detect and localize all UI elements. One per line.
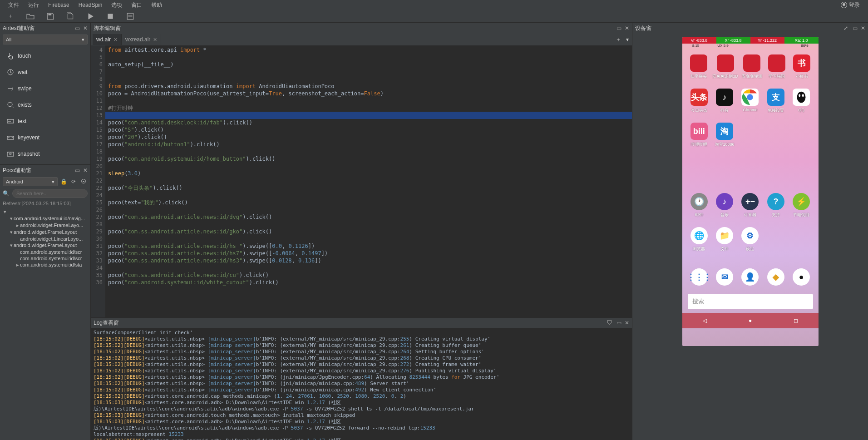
phone-app-icon[interactable]: ⚡节电优能 (790, 193, 813, 218)
tree-node[interactable]: ▸com.android.systemui:id/sta (3, 262, 88, 268)
panel-undock-icon[interactable]: ▭ (852, 25, 858, 31)
panel-undock-icon[interactable]: ▭ (74, 167, 80, 173)
assist-text[interactable]: text (2, 114, 89, 129)
tab-add-button[interactable]: ＋ (614, 35, 623, 44)
panel-close-icon[interactable]: ✕ (625, 320, 629, 326)
run-button[interactable] (86, 12, 94, 20)
code-editor[interactable]: 4567891011121314151617181920212223242526… (91, 45, 632, 317)
poco-record-icon[interactable]: ⦿ (79, 178, 88, 186)
phone-app-icon[interactable]: ⚙设定 (739, 227, 761, 252)
poco-tree[interactable]: ▾▾com.android.systemui:id/navig...▸andro… (0, 208, 90, 440)
assist-panel-title: Airtest辅助窗 (3, 25, 35, 32)
editor-panel-title: 脚本编辑窗 (94, 25, 121, 32)
phone-app-icon[interactable]: 🕐时钟 (688, 193, 710, 218)
phone-app-icon[interactable]: ♪音乐 (713, 193, 736, 218)
assist-item-label: keyevent (18, 134, 39, 141)
phone-screen[interactable]: Vr -833.8 Xr -833.8 Yr -11.222 Ra: 1.0 8… (682, 37, 819, 346)
phone-time: 8:15 (682, 44, 710, 50)
login-button[interactable]: 登录 (836, 0, 864, 10)
device-mirror[interactable]: Vr -833.8 Xr -833.8 Yr -11.222 Ra: 1.0 8… (632, 34, 868, 440)
svg-rect-0 (49, 14, 52, 15)
tab-close-icon[interactable]: ✕ (113, 37, 118, 43)
phone-home-button[interactable]: ● (746, 316, 755, 325)
phone-app-icon[interactable]: 学习强国 (766, 54, 788, 79)
panel-close-icon[interactable]: ✕ (83, 167, 88, 173)
menu-firebase[interactable]: Firebase (44, 1, 74, 9)
panel-close-icon[interactable]: ✕ (83, 25, 88, 31)
phone-app-icon[interactable]: 头条今日头条 (688, 89, 710, 114)
phone-app-icon[interactable]: ?支持 (764, 193, 787, 218)
tree-node[interactable]: android.widget.LinearLayo... (3, 236, 88, 242)
menu-file[interactable]: 文件 (4, 0, 24, 10)
device-expand-icon[interactable]: ⤢ (843, 25, 849, 31)
poco-search-input[interactable] (12, 189, 88, 198)
assist-selector[interactable]: All ▾ (3, 35, 88, 44)
menu-headspin[interactable]: HeadSpin (74, 1, 107, 9)
open-button[interactable] (26, 12, 35, 20)
assist-keyevent[interactable]: keyevent (2, 130, 89, 145)
phone-app-icon[interactable]: +−计算器 (739, 193, 761, 218)
poco-lock-icon[interactable]: 🔒 (59, 178, 68, 186)
assist-swipe[interactable]: swipe (2, 81, 89, 96)
poco-refresh-icon[interactable]: ⟳ (69, 178, 78, 186)
tree-node[interactable]: ▾android.widget.FrameLayout (3, 242, 88, 249)
phone-recents-button[interactable]: ◻ (791, 316, 800, 325)
assist-snapshot[interactable]: snapshot (2, 146, 89, 162)
tab-close-icon[interactable]: ✕ (153, 37, 157, 43)
log-output[interactable]: SurfaceComposerClient init check' [18:15… (91, 328, 632, 440)
tree-node[interactable]: com.android.systemui:id/scr (3, 249, 88, 255)
svg-point-13 (799, 94, 801, 97)
stop-button[interactable] (106, 12, 114, 20)
panel-close-icon[interactable]: ✕ (625, 25, 629, 31)
panel-undock-icon[interactable]: ▭ (616, 320, 622, 326)
menu-run[interactable]: 运行 (24, 0, 44, 10)
phone-app-icon[interactable]: 安兔兔评测 (741, 54, 763, 79)
phone-app-icon[interactable]: QQ (790, 89, 813, 114)
phone-back-button[interactable]: ◁ (700, 316, 710, 325)
tree-node[interactable]: ▾ (3, 208, 88, 215)
phone-app-icon[interactable]: ♪抖音 (713, 89, 736, 114)
phone-app-icon[interactable]: 📁文件 (713, 227, 736, 252)
phone-app-icon[interactable]: ● (790, 268, 813, 286)
phone-app-icon[interactable]: 支免接设置 (764, 89, 787, 114)
assist-touch[interactable]: touch (2, 48, 89, 64)
phone-app-icon[interactable]: 知乎拼关 (688, 54, 710, 79)
menu-window[interactable]: 窗口 (127, 0, 147, 10)
phone-app-icon[interactable]: 安兔兔识别3D (712, 54, 738, 79)
phone-app-icon[interactable]: Chrome (739, 89, 761, 114)
phone-app-icon[interactable]: 🌐浏览器 (688, 227, 710, 252)
menu-help[interactable]: 帮助 (147, 0, 167, 10)
phone-app-icon[interactable]: 淘淘宝10086 (713, 123, 736, 148)
chevron-down-icon: ▾ (52, 179, 54, 185)
phone-app-icon[interactable]: ✉ (713, 268, 736, 286)
tree-node[interactable]: ▸android.widget.FrameLayo... (3, 222, 88, 229)
poco-driver-select[interactable]: Android ▾ (3, 177, 58, 186)
tree-node[interactable]: com.android.systemui:id/scr (3, 255, 88, 262)
phone-ux: UX 5.9 (710, 44, 737, 50)
report-button[interactable] (126, 12, 134, 20)
save-button[interactable] (46, 12, 54, 20)
panel-close-icon[interactable]: ✕ (861, 25, 865, 31)
tree-node[interactable]: ▾com.android.systemui:id/navig... (3, 215, 88, 222)
phone-app-icon[interactable]: bili哔哩哔哩 (688, 123, 710, 148)
phone-app-icon[interactable]: 👤 (739, 268, 761, 286)
phone-app-icon[interactable]: ⋮⋮⋮ (688, 268, 710, 286)
phone-app-icon[interactable]: 书小红书 (791, 54, 813, 79)
save-all-button[interactable] (66, 12, 74, 20)
toolbar: ＋ (0, 10, 868, 23)
log-filter-icon[interactable]: ⛉ (607, 320, 613, 326)
assist-exists[interactable]: exists (2, 97, 89, 113)
panel-undock-icon[interactable]: ▭ (616, 25, 622, 31)
assist-wait[interactable]: wait (2, 64, 89, 80)
panel-undock-icon[interactable]: ▭ (74, 25, 80, 31)
new-file-button[interactable]: ＋ (6, 12, 15, 20)
svg-rect-7 (7, 152, 14, 156)
menu-options[interactable]: 选项 (107, 0, 127, 10)
tree-node[interactable]: ▾android.widget.FrameLayout (3, 229, 88, 236)
editor-tab[interactable]: wd.air✕ (93, 34, 122, 45)
phone-app-icon[interactable]: ◆ (764, 268, 787, 286)
tab-menu-button[interactable]: ▾ (623, 35, 632, 44)
assist-list: touchwaitswipeexiststextkeyeventsnapshot (0, 45, 90, 164)
phone-search-bar[interactable]: 搜索 (688, 294, 813, 309)
editor-tab[interactable]: wxread.air✕ (122, 34, 161, 45)
